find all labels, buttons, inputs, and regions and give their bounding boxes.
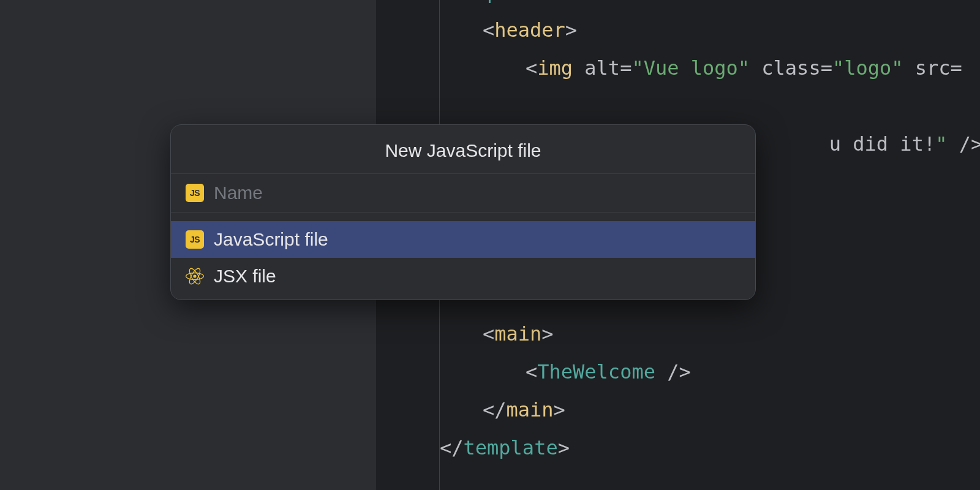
code-line: <img alt="Vue logo" class="logo" src= — [440, 49, 980, 87]
code-line: <TheWelcome /> — [440, 353, 980, 391]
code-line: </template> — [440, 429, 980, 467]
svg-point-0 — [193, 274, 196, 277]
js-icon — [186, 230, 204, 249]
react-icon — [186, 267, 204, 285]
code-line: <main> — [440, 315, 980, 353]
js-icon — [186, 184, 204, 202]
code-line: <header> — [440, 11, 980, 49]
file-type-options: JavaScript file JSX file — [171, 213, 755, 300]
option-jsx-file[interactable]: JSX file — [171, 258, 755, 295]
option-javascript-file[interactable]: JavaScript file — [171, 221, 755, 258]
new-file-dialog: New JavaScript file JavaScript file JSX … — [170, 124, 756, 300]
option-label: JavaScript file — [214, 229, 328, 250]
option-label: JSX file — [214, 266, 276, 287]
filename-row — [171, 174, 755, 213]
code-line: </main> — [440, 391, 980, 429]
code-line: <template> — [440, 0, 980, 11]
code-line — [440, 87, 980, 125]
filename-input[interactable] — [214, 183, 741, 203]
dialog-title: New JavaScript file — [171, 125, 755, 174]
